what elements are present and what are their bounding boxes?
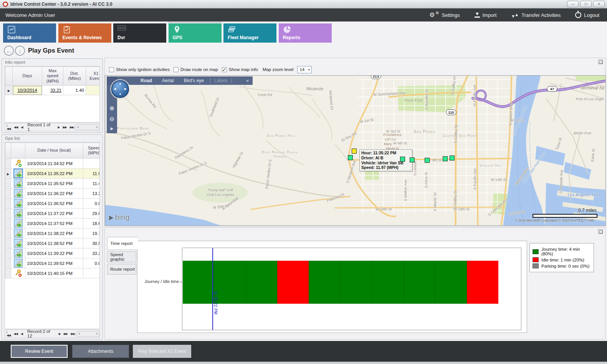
datetime-cell[interactable]: 10/3/2014 11:38:22 PM [25,228,83,238]
tab-reports[interactable]: Reports [279,23,332,43]
checkbox-icon[interactable] [109,67,114,72]
map-label: Port of Los Angel [576,97,604,101]
max-speed-cell[interactable]: 33.21 [42,86,63,95]
datetime-cell[interactable]: 10/3/2014 11:40:15 PM [25,268,83,278]
datetime-cell[interactable]: 10/3/2014 11:39:52 PM [25,258,83,268]
checkbox-icon[interactable] [174,67,179,72]
nav-forward-button[interactable]: ▶▶| [71,332,75,336]
map-style-labels[interactable]: Labels [210,78,232,83]
back-button[interactable]: ← [4,46,14,56]
tab-events[interactable]: Events & Reviews [58,23,111,43]
table-row[interactable]: 10/3/201433.211.400 [5,86,100,95]
gps-row[interactable]: 10/3/2014 11:40:15 PM [5,268,100,278]
nav-mini-scrollbar[interactable] [76,124,99,130]
datetime-cell[interactable]: 10/3/2014 11:37:52 PM [25,218,83,228]
top-action-logout[interactable]: Logout [575,12,599,18]
gps-marker[interactable] [443,156,448,161]
nav-forward-button[interactable]: ▶ [59,332,61,336]
gps-row[interactable]: 10/3/2014 11:39:22 PM33.21 [5,248,100,258]
gps-row[interactable]: 10/3/2014 11:37:22 PM29.05 [5,208,100,218]
zoom-out-button[interactable]: ⊖ [107,116,117,122]
gps-row[interactable]: 10/3/2014 11:34:52 PM [5,159,100,169]
bar-segment-journey [435,261,466,304]
map-style-aerial[interactable]: Aerial [162,78,174,83]
nav-forward-button[interactable]: ▶▶ [63,126,66,129]
minimize-button[interactable]: – [567,1,579,7]
gps-row[interactable]: 10/3/2014 11:39:52 PM0.00 [5,258,100,268]
speed-cell: 19.70 [83,228,100,238]
datetime-cell[interactable]: 10/3/2014 11:35:22 PM [25,169,83,179]
collapse-page-button[interactable]: ↓ [15,46,25,56]
gps-row[interactable]: 10/3/2014 11:36:22 PM13.28 [5,189,100,199]
nav-forward-button[interactable]: ▶ [58,126,60,129]
map-label: Vinegar Hill [480,164,503,167]
gps-row[interactable]: 10/3/2014 11:35:52 PM11.47 [5,179,100,189]
toolbar-collapse-button[interactable]: « [246,78,249,83]
map-option-checkbox[interactable]: Draw route on map [174,67,218,72]
maximize-button[interactable]: □ [580,1,592,7]
gps-row[interactable]: 10/3/2014 11:37:52 PM18.63 [5,218,100,228]
days-cell[interactable]: 10/3/2014 [13,86,42,95]
info-record-navigator[interactable]: |◀◀◀◀◀Record 1 of 1▶▶▶▶▶| [5,123,100,131]
report-tab-time-report[interactable]: Time report [107,237,138,250]
nav-back-button[interactable]: ◀◀ [14,332,18,336]
ignition-on-icon [11,159,25,169]
nav-mini-scrollbar[interactable] [77,331,99,337]
strip-collapse-icon[interactable]: ▶ [107,126,117,131]
nav-forward-button[interactable]: ▶▶ [64,332,68,336]
nav-back-button[interactable]: |◀◀ [7,124,11,131]
checkbox-icon[interactable] [222,67,227,72]
tab-dashboard[interactable]: Dashboard [3,23,56,43]
nav-back-button[interactable]: ◀ [21,126,23,129]
gps-marker[interactable] [400,157,405,162]
gps-row[interactable]: 10/3/2014 11:36:52 PM0.00 [5,199,100,208]
gps-row[interactable]: 10/3/2014 11:38:22 PM19.70 [5,228,100,238]
gps-row[interactable]: 10/3/2014 11:35:22 PM11.97 [5,169,100,179]
top-action-import[interactable]: Import [475,12,497,18]
map-zoom-select[interactable]: 14 [297,66,312,73]
column-header: Days [13,67,42,86]
nav-back-button[interactable]: |◀◀ [7,330,11,337]
gps-marker[interactable] [450,156,455,160]
map-style-birdseye[interactable]: Bird's eye [184,78,204,83]
datetime-cell[interactable]: 10/3/2014 11:36:22 PM [25,189,83,199]
map-option-checkbox[interactable]: Show only ignition activities [109,67,170,72]
datetime-cell[interactable]: 10/3/2014 11:36:52 PM [25,199,83,208]
map-label: Verdes [273,154,286,158]
report-tab-route-report[interactable]: Route report [107,264,136,275]
tab-gps[interactable]: GPS [169,23,222,43]
review-event-button[interactable]: Review Event [11,345,68,358]
datetime-cell[interactable]: 10/3/2014 11:34:52 PM [25,159,83,169]
nav-back-button[interactable]: ◀ [21,332,23,336]
report-tab-speed-graphic[interactable]: Speed graphic [107,251,136,262]
close-button[interactable]: × [593,1,605,7]
zoom-in-button[interactable]: ⊕ [107,105,117,112]
tab-dvr[interactable]: MERGEDvr [113,23,166,43]
gps-row[interactable]: 10/3/2014 11:38:52 PM30.55 [5,238,100,248]
map-route-icon [11,248,25,258]
row-indicator [5,159,11,169]
map-style-road[interactable]: Road [141,78,152,83]
datetime-cell[interactable]: 10/3/2014 11:35:52 PM [25,179,83,189]
nav-forward-button[interactable]: ▶▶| [70,126,74,129]
datetime-cell[interactable]: 10/3/2014 11:38:52 PM [25,238,83,248]
gps-marker[interactable] [410,157,415,162]
selected-gps-marker[interactable] [352,149,357,154]
datetime-cell[interactable]: 10/3/2014 11:39:22 PM [25,248,83,258]
map-panel-collapse-button[interactable] [598,60,603,64]
gps-marker[interactable] [425,158,430,163]
datetime-cell[interactable]: 10/3/2014 11:37:22 PM [25,208,83,218]
map-canvas[interactable]: MiralesteCrest RdBurma RdSouthfield DrMi… [105,75,606,226]
top-action-settings[interactable]: ⚙⚙Settings [429,12,460,18]
footer-bar: Review EventAttachmentsPlay Selected X1 … [0,341,607,362]
gps-record-navigator[interactable]: |◀◀◀◀◀Record 2 of 12▶▶▶▶▶| [5,329,100,338]
map-compass-control[interactable]: ▲▼◀▶ [111,80,129,98]
nav-back-button[interactable]: ◀◀ [14,126,18,129]
top-menu-bar: Welcome Admin User ⚙⚙SettingsImport▼▲Tra… [0,8,607,22]
top-action-transfer[interactable]: ▼▲Transfer Activities [511,12,561,18]
tab-fleet[interactable]: Fleet Manager [223,23,276,43]
map-option-checkbox[interactable]: Show map info [222,67,258,72]
attachments-button[interactable]: Attachments [72,345,129,358]
chart-panel-collapse-button[interactable] [598,229,603,234]
gps-marker[interactable] [348,155,353,160]
